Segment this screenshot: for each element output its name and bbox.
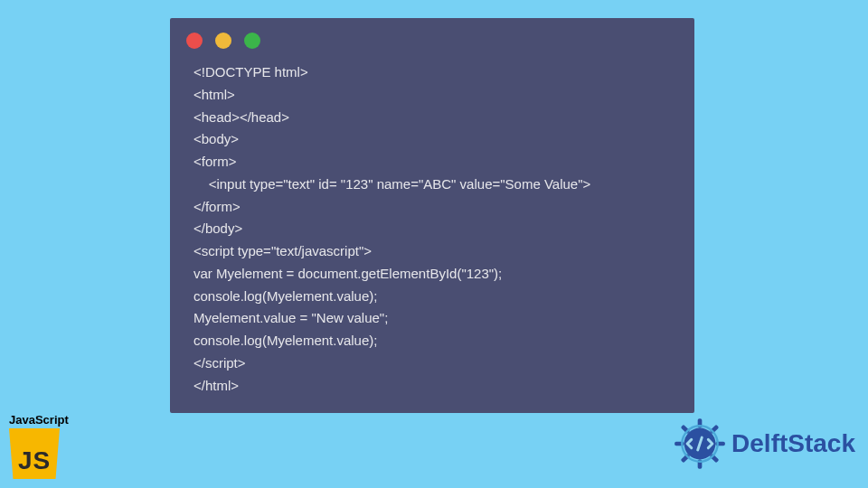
minimize-icon[interactable] — [215, 33, 231, 49]
javascript-logo-icon: JS — [9, 428, 60, 479]
window-titlebar — [170, 18, 694, 58]
javascript-logo-text: JS — [18, 446, 51, 475]
brand-name: DelftStack — [731, 429, 855, 458]
code-window: <!DOCTYPE html> <html> <head></head> <bo… — [170, 18, 694, 413]
javascript-label: JavaScript — [9, 413, 69, 427]
code-block: <!DOCTYPE html> <html> <head></head> <bo… — [170, 58, 694, 397]
javascript-badge: JavaScript JS — [9, 413, 69, 479]
close-icon[interactable] — [186, 33, 203, 49]
delftstack-gear-icon — [674, 418, 726, 470]
maximize-icon[interactable] — [244, 33, 260, 49]
brand-logo: DelftStack — [674, 418, 855, 470]
